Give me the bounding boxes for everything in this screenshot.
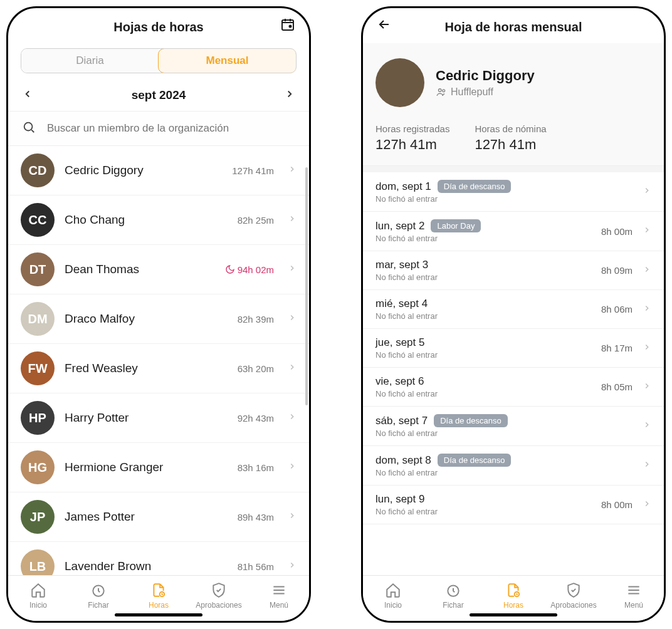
day-row[interactable]: lun, sept 9 No fichó al entrar 8h 00m bbox=[363, 486, 664, 524]
day-hours: 8h 06m bbox=[601, 304, 633, 314]
phone-timesheet-detail: Hoja de horas mensual Cedric Diggory Huf… bbox=[361, 6, 666, 623]
tab-daily[interactable]: Diaria bbox=[21, 49, 159, 73]
chevron-right-icon bbox=[288, 561, 297, 572]
day-list[interactable]: dom, sept 1 Día de descanso No fichó al … bbox=[363, 172, 664, 575]
day-hours: 8h 05m bbox=[601, 382, 633, 392]
day-hours: 8h 00m bbox=[601, 499, 633, 510]
day-badge: Día de descanso bbox=[438, 180, 512, 193]
tab-menu[interactable]: Menú bbox=[604, 582, 664, 610]
member-row[interactable]: HP Harry Potter 92h 43m bbox=[8, 393, 309, 443]
day-badge: Labor Day bbox=[431, 219, 481, 232]
prev-month-icon[interactable] bbox=[22, 88, 33, 102]
section-separator bbox=[363, 166, 664, 172]
chevron-right-icon bbox=[288, 462, 297, 473]
day-row[interactable]: vie, sept 6 No fichó al entrar 8h 05m bbox=[363, 368, 664, 407]
member-name: Hermione Granger bbox=[65, 460, 228, 474]
tab-menu[interactable]: Menú bbox=[249, 582, 309, 610]
member-row[interactable]: CD Cedric Diggory 127h 41m bbox=[8, 146, 309, 195]
member-row[interactable]: DM Draco Malfoy 82h 39m bbox=[8, 294, 309, 344]
header: Hoja de horas mensual bbox=[363, 8, 664, 43]
member-row[interactable]: LB Lavender Brown 81h 56m bbox=[8, 542, 309, 575]
member-hours: 81h 56m bbox=[238, 561, 274, 572]
tab-hours[interactable]: Horas bbox=[483, 582, 543, 610]
month-navigator: sept 2024 bbox=[8, 80, 309, 112]
profile-name: Cedric Diggory bbox=[436, 68, 535, 84]
phone-timesheets-list: Hojas de horas Diaria Mensual sept 2024 … bbox=[6, 6, 311, 623]
day-row[interactable]: lun, sept 2 Labor Day No fichó al entrar… bbox=[363, 212, 664, 251]
chevron-right-icon bbox=[288, 313, 297, 325]
day-row[interactable]: jue, sept 5 No fichó al entrar 8h 17m bbox=[363, 329, 664, 368]
day-subtext: No fichó al entrar bbox=[375, 194, 633, 204]
chevron-right-icon bbox=[643, 343, 651, 354]
chevron-right-icon bbox=[643, 304, 651, 315]
day-badge: Día de descanso bbox=[438, 454, 512, 467]
segmented-control: Diaria Mensual bbox=[8, 43, 309, 80]
member-name: Dean Thomas bbox=[65, 263, 215, 276]
day-date: dom, sept 8 Día de descanso bbox=[375, 454, 633, 467]
member-row[interactable]: CC Cho Chang 82h 25m bbox=[8, 195, 309, 245]
header: Hojas de horas bbox=[8, 8, 309, 43]
chevron-right-icon bbox=[643, 460, 651, 471]
svg-point-5 bbox=[439, 89, 442, 92]
chevron-right-icon bbox=[288, 511, 297, 522]
search-row[interactable] bbox=[8, 112, 309, 146]
day-row[interactable]: mar, sept 3 No fichó al entrar 8h 09m bbox=[363, 251, 664, 290]
member-name: James Potter bbox=[65, 510, 228, 524]
day-hours: 8h 17m bbox=[601, 343, 633, 353]
member-hours: 83h 16m bbox=[238, 462, 274, 473]
member-hours: 89h 43m bbox=[238, 512, 274, 522]
day-row[interactable]: dom, sept 1 Día de descanso No fichó al … bbox=[363, 172, 664, 212]
day-hours: 8h 09m bbox=[601, 265, 633, 276]
member-name: Cedric Diggory bbox=[65, 164, 222, 177]
member-hours: 92h 43m bbox=[238, 413, 274, 424]
member-row[interactable]: DT Dean Thomas 94h 02m bbox=[8, 245, 309, 294]
member-name: Cho Chang bbox=[65, 213, 228, 227]
chevron-right-icon bbox=[288, 165, 297, 176]
avatar bbox=[375, 58, 424, 107]
day-subtext: No fichó al entrar bbox=[375, 350, 595, 360]
chevron-right-icon bbox=[643, 499, 651, 511]
tab-bar: Inicio Fichar Horas Aprobaciones Menú bbox=[363, 575, 664, 621]
day-hours: 8h 00m bbox=[601, 226, 633, 237]
tab-home[interactable]: Inicio bbox=[8, 582, 68, 610]
search-input[interactable] bbox=[47, 122, 295, 135]
tab-approvals[interactable]: Aprobaciones bbox=[543, 582, 604, 610]
scrollbar[interactable] bbox=[305, 167, 308, 405]
tab-clock[interactable]: Fichar bbox=[68, 582, 129, 610]
day-subtext: No fichó al entrar bbox=[375, 389, 595, 398]
day-row[interactable]: dom, sept 8 Día de descanso No fichó al … bbox=[363, 446, 664, 486]
tab-home[interactable]: Inicio bbox=[363, 582, 423, 610]
member-hours: 82h 39m bbox=[238, 314, 274, 325]
avatar: HP bbox=[21, 401, 55, 435]
moon-icon bbox=[225, 264, 235, 274]
chevron-right-icon bbox=[643, 186, 651, 197]
day-row[interactable]: sáb, sept 7 Día de descanso No fichó al … bbox=[363, 407, 664, 446]
team-icon bbox=[436, 86, 447, 98]
day-badge: Día de descanso bbox=[434, 414, 508, 427]
day-date: vie, sept 6 bbox=[375, 375, 595, 388]
chevron-right-icon bbox=[643, 420, 651, 432]
chevron-right-icon bbox=[288, 412, 297, 424]
search-icon bbox=[22, 120, 36, 137]
member-row[interactable]: JP James Potter 89h 43m bbox=[8, 492, 309, 542]
member-row[interactable]: FW Fred Weasley 63h 20m bbox=[8, 344, 309, 393]
chevron-right-icon bbox=[288, 214, 297, 226]
avatar: DM bbox=[21, 302, 55, 336]
day-date: sáb, sept 7 Día de descanso bbox=[375, 414, 633, 427]
tab-hours[interactable]: Horas bbox=[129, 582, 189, 610]
next-month-icon[interactable] bbox=[284, 88, 295, 102]
stats-row: Horas registradas 127h 41m Horas de nómi… bbox=[363, 120, 664, 165]
avatar: HG bbox=[21, 450, 55, 484]
member-list[interactable]: CD Cedric Diggory 127h 41m CC Cho Chang … bbox=[8, 146, 309, 575]
calendar-icon[interactable] bbox=[280, 17, 295, 34]
day-row[interactable]: mié, sept 4 No fichó al entrar 8h 06m bbox=[363, 290, 664, 329]
member-name: Lavender Brown bbox=[65, 559, 228, 573]
tab-approvals[interactable]: Aprobaciones bbox=[189, 582, 249, 610]
back-icon[interactable] bbox=[377, 17, 392, 34]
page-title: Hoja de horas mensual bbox=[445, 20, 582, 34]
tab-monthly[interactable]: Mensual bbox=[158, 48, 297, 73]
member-row[interactable]: HG Hermione Granger 83h 16m bbox=[8, 443, 309, 492]
svg-point-1 bbox=[290, 26, 291, 28]
day-date: dom, sept 1 Día de descanso bbox=[375, 180, 633, 193]
tab-clock[interactable]: Fichar bbox=[423, 582, 483, 610]
